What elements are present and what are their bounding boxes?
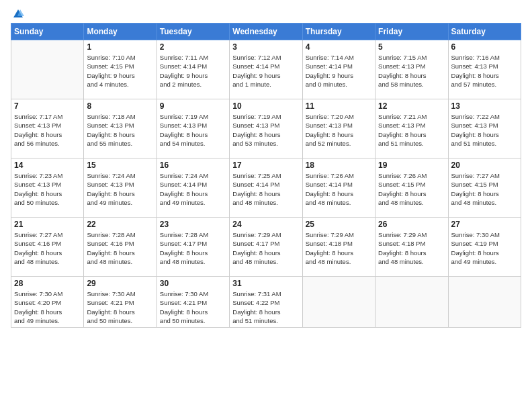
calendar-cell: 29Sunrise: 7:30 AMSunset: 4:21 PMDayligh… bbox=[84, 277, 157, 328]
day-info: Sunrise: 7:30 AMSunset: 4:19 PMDaylight:… bbox=[451, 230, 518, 266]
day-info: Sunrise: 7:24 AMSunset: 4:13 PMDaylight:… bbox=[87, 171, 153, 207]
day-number: 21 bbox=[14, 220, 81, 229]
day-number: 25 bbox=[306, 220, 372, 229]
calendar-cell: 20Sunrise: 7:27 AMSunset: 4:15 PMDayligh… bbox=[448, 158, 521, 218]
day-info: Sunrise: 7:19 AMSunset: 4:13 PMDaylight:… bbox=[160, 112, 226, 148]
calendar-cell: 2Sunrise: 7:11 AMSunset: 4:14 PMDaylight… bbox=[157, 40, 229, 99]
calendar-container: SundayMondayTuesdayWednesdayThursdayFrid… bbox=[0, 0, 532, 411]
day-number: 13 bbox=[451, 101, 518, 111]
calendar-cell bbox=[448, 277, 521, 328]
day-info: Sunrise: 7:29 AMSunset: 4:18 PMDaylight:… bbox=[306, 230, 372, 266]
calendar-cell: 11Sunrise: 7:20 AMSunset: 4:13 PMDayligh… bbox=[302, 99, 375, 158]
day-number: 6 bbox=[451, 42, 518, 52]
day-info: Sunrise: 7:27 AMSunset: 4:16 PMDaylight:… bbox=[14, 230, 81, 266]
day-number: 22 bbox=[87, 220, 153, 229]
week-row-5: 28Sunrise: 7:30 AMSunset: 4:20 PMDayligh… bbox=[11, 277, 521, 328]
calendar-cell: 14Sunrise: 7:23 AMSunset: 4:13 PMDayligh… bbox=[11, 158, 84, 218]
day-number: 3 bbox=[232, 42, 299, 52]
day-info: Sunrise: 7:14 AMSunset: 4:14 PMDaylight:… bbox=[306, 53, 372, 89]
calendar-cell: 4Sunrise: 7:14 AMSunset: 4:14 PMDaylight… bbox=[302, 40, 375, 99]
weekday-header-tuesday: Tuesday bbox=[157, 24, 229, 40]
day-number: 30 bbox=[160, 279, 226, 288]
calendar-cell: 7Sunrise: 7:17 AMSunset: 4:13 PMDaylight… bbox=[11, 99, 84, 158]
day-number: 10 bbox=[232, 101, 299, 111]
week-row-1: 1Sunrise: 7:10 AMSunset: 4:15 PMDaylight… bbox=[11, 40, 521, 99]
day-info: Sunrise: 7:10 AMSunset: 4:15 PMDaylight:… bbox=[87, 53, 153, 89]
calendar-table: SundayMondayTuesdayWednesdayThursdayFrid… bbox=[11, 23, 521, 328]
header bbox=[11, 8, 521, 17]
day-number: 16 bbox=[160, 161, 226, 170]
weekday-header-wednesday: Wednesday bbox=[230, 24, 302, 40]
day-number: 2 bbox=[160, 42, 226, 52]
day-info: Sunrise: 7:21 AMSunset: 4:13 PMDaylight:… bbox=[378, 112, 445, 148]
day-number: 18 bbox=[306, 161, 372, 170]
weekday-header-row: SundayMondayTuesdayWednesdayThursdayFrid… bbox=[11, 24, 521, 40]
day-info: Sunrise: 7:30 AMSunset: 4:21 PMDaylight:… bbox=[87, 289, 153, 325]
day-info: Sunrise: 7:29 AMSunset: 4:18 PMDaylight:… bbox=[378, 230, 445, 266]
day-info: Sunrise: 7:26 AMSunset: 4:15 PMDaylight:… bbox=[378, 171, 445, 207]
day-info: Sunrise: 7:19 AMSunset: 4:13 PMDaylight:… bbox=[232, 112, 299, 148]
day-info: Sunrise: 7:28 AMSunset: 4:17 PMDaylight:… bbox=[160, 230, 226, 266]
calendar-cell: 1Sunrise: 7:10 AMSunset: 4:15 PMDaylight… bbox=[84, 40, 157, 99]
day-info: Sunrise: 7:15 AMSunset: 4:13 PMDaylight:… bbox=[378, 53, 445, 89]
week-row-4: 21Sunrise: 7:27 AMSunset: 4:16 PMDayligh… bbox=[11, 218, 521, 277]
day-number: 11 bbox=[306, 101, 372, 111]
day-info: Sunrise: 7:23 AMSunset: 4:13 PMDaylight:… bbox=[14, 171, 81, 207]
calendar-cell: 31Sunrise: 7:31 AMSunset: 4:22 PMDayligh… bbox=[230, 277, 302, 328]
calendar-cell: 19Sunrise: 7:26 AMSunset: 4:15 PMDayligh… bbox=[375, 158, 448, 218]
day-info: Sunrise: 7:16 AMSunset: 4:13 PMDaylight:… bbox=[451, 53, 518, 89]
day-number: 14 bbox=[14, 161, 81, 170]
calendar-cell: 15Sunrise: 7:24 AMSunset: 4:13 PMDayligh… bbox=[84, 158, 157, 218]
day-info: Sunrise: 7:31 AMSunset: 4:22 PMDaylight:… bbox=[232, 289, 299, 325]
weekday-header-sunday: Sunday bbox=[11, 24, 84, 40]
day-info: Sunrise: 7:12 AMSunset: 4:14 PMDaylight:… bbox=[232, 53, 299, 89]
calendar-cell: 8Sunrise: 7:18 AMSunset: 4:13 PMDaylight… bbox=[84, 99, 157, 158]
day-info: Sunrise: 7:18 AMSunset: 4:13 PMDaylight:… bbox=[87, 112, 153, 148]
weekday-header-friday: Friday bbox=[375, 24, 448, 40]
calendar-cell: 10Sunrise: 7:19 AMSunset: 4:13 PMDayligh… bbox=[230, 99, 302, 158]
calendar-cell: 30Sunrise: 7:30 AMSunset: 4:21 PMDayligh… bbox=[157, 277, 229, 328]
day-number: 20 bbox=[451, 161, 518, 170]
calendar-cell: 5Sunrise: 7:15 AMSunset: 4:13 PMDaylight… bbox=[375, 40, 448, 99]
day-info: Sunrise: 7:22 AMSunset: 4:13 PMDaylight:… bbox=[451, 112, 518, 148]
day-number: 17 bbox=[232, 161, 299, 170]
day-number: 5 bbox=[378, 42, 445, 52]
day-info: Sunrise: 7:30 AMSunset: 4:21 PMDaylight:… bbox=[160, 289, 226, 325]
day-info: Sunrise: 7:29 AMSunset: 4:17 PMDaylight:… bbox=[232, 230, 299, 266]
calendar-cell: 9Sunrise: 7:19 AMSunset: 4:13 PMDaylight… bbox=[157, 99, 229, 158]
calendar-cell: 27Sunrise: 7:30 AMSunset: 4:19 PMDayligh… bbox=[448, 218, 521, 277]
calendar-cell: 12Sunrise: 7:21 AMSunset: 4:13 PMDayligh… bbox=[375, 99, 448, 158]
day-info: Sunrise: 7:28 AMSunset: 4:16 PMDaylight:… bbox=[87, 230, 153, 266]
calendar-cell: 13Sunrise: 7:22 AMSunset: 4:13 PMDayligh… bbox=[448, 99, 521, 158]
day-number: 19 bbox=[378, 161, 445, 170]
day-number: 28 bbox=[14, 279, 81, 288]
calendar-cell: 24Sunrise: 7:29 AMSunset: 4:17 PMDayligh… bbox=[230, 218, 302, 277]
day-number: 24 bbox=[232, 220, 299, 229]
day-number: 15 bbox=[87, 161, 153, 170]
calendar-cell: 22Sunrise: 7:28 AMSunset: 4:16 PMDayligh… bbox=[84, 218, 157, 277]
day-info: Sunrise: 7:30 AMSunset: 4:20 PMDaylight:… bbox=[14, 289, 81, 325]
day-number: 12 bbox=[378, 101, 445, 111]
day-number: 23 bbox=[160, 220, 226, 229]
day-info: Sunrise: 7:20 AMSunset: 4:13 PMDaylight:… bbox=[306, 112, 372, 148]
week-row-2: 7Sunrise: 7:17 AMSunset: 4:13 PMDaylight… bbox=[11, 99, 521, 158]
day-number: 9 bbox=[160, 101, 226, 111]
calendar-cell: 3Sunrise: 7:12 AMSunset: 4:14 PMDaylight… bbox=[230, 40, 302, 99]
calendar-cell: 21Sunrise: 7:27 AMSunset: 4:16 PMDayligh… bbox=[11, 218, 84, 277]
calendar-cell: 26Sunrise: 7:29 AMSunset: 4:18 PMDayligh… bbox=[375, 218, 448, 277]
calendar-cell: 18Sunrise: 7:26 AMSunset: 4:14 PMDayligh… bbox=[302, 158, 375, 218]
day-number: 4 bbox=[306, 42, 372, 52]
day-number: 29 bbox=[87, 279, 153, 288]
calendar-cell bbox=[375, 277, 448, 328]
logo bbox=[11, 8, 24, 17]
calendar-cell: 25Sunrise: 7:29 AMSunset: 4:18 PMDayligh… bbox=[302, 218, 375, 277]
calendar-cell bbox=[11, 40, 84, 99]
day-number: 1 bbox=[87, 42, 153, 52]
day-info: Sunrise: 7:25 AMSunset: 4:14 PMDaylight:… bbox=[232, 171, 299, 207]
day-number: 8 bbox=[87, 101, 153, 111]
calendar-cell: 23Sunrise: 7:28 AMSunset: 4:17 PMDayligh… bbox=[157, 218, 229, 277]
day-info: Sunrise: 7:27 AMSunset: 4:15 PMDaylight:… bbox=[451, 171, 518, 207]
week-row-3: 14Sunrise: 7:23 AMSunset: 4:13 PMDayligh… bbox=[11, 158, 521, 218]
day-info: Sunrise: 7:17 AMSunset: 4:13 PMDaylight:… bbox=[14, 112, 81, 148]
calendar-cell: 28Sunrise: 7:30 AMSunset: 4:20 PMDayligh… bbox=[11, 277, 84, 328]
